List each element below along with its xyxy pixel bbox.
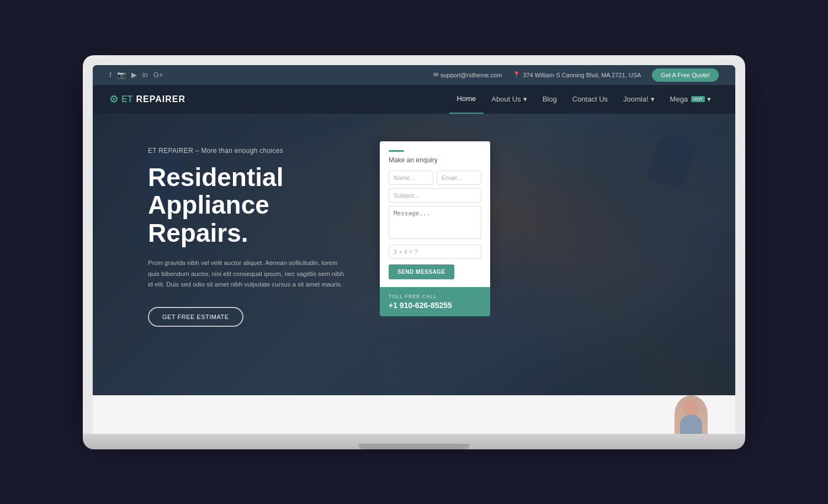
person-avatar	[675, 395, 708, 434]
top-bar-right: ✉ support@rstheme.com 📍 374 William S Ca…	[433, 68, 719, 82]
top-bar: f 📷 ▶ in G+ ✉ support@rstheme.com 📍	[93, 65, 735, 85]
subject-row	[389, 188, 481, 203]
nav-item-about[interactable]: About Us ▾	[484, 85, 534, 114]
location-icon: 📍	[513, 71, 521, 78]
email-input[interactable]	[437, 171, 481, 185]
nav-item-joomla[interactable]: Joomla! ▾	[615, 85, 662, 114]
form-panel: Make an enquiry	[380, 141, 490, 316]
youtube-icon[interactable]: ▶	[131, 71, 137, 79]
nav-item-blog[interactable]: Blog	[535, 85, 565, 114]
avatar-body	[680, 415, 702, 434]
address-contact: 📍 374 William S Canning Blvd, MA 2721, U…	[513, 71, 641, 78]
nav-item-home[interactable]: Home	[449, 85, 484, 114]
nav-item-mega[interactable]: Mega HOT ▾	[662, 85, 719, 114]
message-textarea[interactable]	[389, 206, 481, 239]
enquiry-card: Make an enquiry	[380, 141, 490, 288]
logo-et: ET	[121, 94, 132, 104]
toll-free-section: TOLL FREE CALL +1 910-626-85255	[380, 287, 490, 316]
chevron-down-icon: ▾	[523, 95, 527, 103]
toll-free-label: TOLL FREE CALL	[389, 294, 481, 299]
nav-item-contact[interactable]: Contact Us	[565, 85, 615, 114]
hero-text-area: ET REPAIRER – More than enough choices R…	[148, 141, 358, 327]
name-input[interactable]	[389, 171, 433, 185]
get-free-estimate-button[interactable]: GET FREE ESTIMATE	[148, 307, 243, 327]
social-links: f 📷 ▶ in G+	[109, 71, 163, 79]
subject-input[interactable]	[389, 188, 481, 203]
toll-free-number: +1 910-626-85255	[389, 301, 481, 310]
googleplus-icon[interactable]: G+	[153, 71, 163, 79]
captcha-input[interactable]	[389, 245, 481, 259]
chevron-down-icon: ▾	[707, 95, 711, 103]
get-free-quote-button[interactable]: Get A Free Quote!	[652, 68, 719, 82]
email-contact: ✉ support@rstheme.com	[433, 71, 502, 78]
hero-title: ResidentialApplianceRepairs.	[148, 163, 358, 247]
laptop-screen: f 📷 ▶ in G+ ✉ support@rstheme.com 📍	[93, 65, 735, 434]
linkedin-icon[interactable]: in	[142, 71, 148, 79]
instagram-icon[interactable]: 📷	[117, 71, 126, 79]
logo[interactable]: ⚙ ET REPAIRER	[109, 93, 185, 105]
chevron-down-icon: ▾	[651, 95, 655, 103]
laptop-body: f 📷 ▶ in G+ ✉ support@rstheme.com 📍	[83, 55, 745, 434]
hero-tagline: ET REPAIRER – More than enough choices	[148, 147, 358, 155]
name-email-row	[389, 171, 481, 185]
facebook-icon[interactable]: f	[109, 71, 112, 79]
website: f 📷 ▶ in G+ ✉ support@rstheme.com 📍	[93, 65, 735, 434]
nav-menu: Home About Us ▾ Blog Contact Us	[449, 85, 719, 114]
hot-badge: HOT	[691, 96, 705, 102]
logo-repairer: REPAIRER	[136, 94, 185, 104]
laptop-base	[83, 434, 745, 449]
avatar-head	[683, 400, 699, 416]
hero-section: ET REPAIRER – More than enough choices R…	[93, 114, 735, 395]
bottom-strip	[93, 395, 735, 434]
captcha-row	[389, 245, 481, 259]
send-message-button[interactable]: SEND MESSAGE	[389, 264, 454, 279]
enquiry-accent-bar	[389, 150, 404, 152]
hero-content: ET REPAIRER – More than enough choices R…	[93, 114, 735, 349]
navigation-bar: ⚙ ET REPAIRER Home About Us ▾ Blo	[93, 85, 735, 114]
email-icon: ✉	[433, 71, 438, 78]
laptop-container: f 📷 ▶ in G+ ✉ support@rstheme.com 📍	[83, 55, 745, 449]
logo-icon: ⚙	[109, 93, 118, 105]
hero-description: Proin gravida nibh vel velit auctor aliq…	[148, 258, 347, 290]
enquiry-title: Make an enquiry	[389, 156, 481, 164]
